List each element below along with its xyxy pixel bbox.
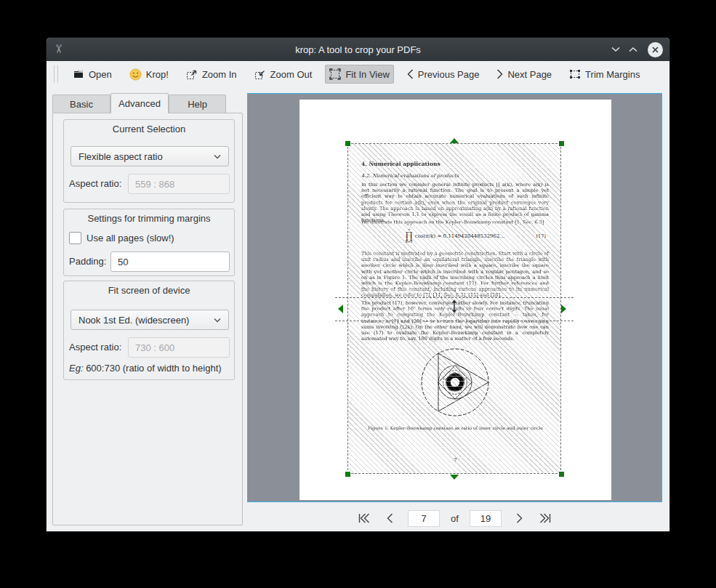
krop-button[interactable]: Krop! xyxy=(125,65,173,84)
use-all-pages-checkbox[interactable] xyxy=(69,232,81,244)
chevron-down-icon xyxy=(214,318,221,323)
total-pages-field: 19 xyxy=(470,510,502,527)
selection-handle-bottom[interactable] xyxy=(450,475,459,480)
fit-in-view-icon xyxy=(329,68,341,80)
toolbar-item-label: Next Page xyxy=(507,69,552,80)
padding-label: Padding: xyxy=(69,256,106,267)
toolbar-item-label: Zoom In xyxy=(202,69,237,80)
group-title: Fit screen of device xyxy=(64,285,234,296)
toolbar-item-label: Open xyxy=(89,69,112,80)
selection-handle-right[interactable] xyxy=(561,305,566,313)
chevron-up-icon xyxy=(629,47,637,52)
chevron-down-icon xyxy=(611,47,620,52)
device-aspect-ratio-label: Aspect ratio: xyxy=(69,342,121,353)
aspect-mode-combobox[interactable]: Flexible aspect ratio xyxy=(71,146,229,166)
aspect-ratio-label: Aspect ratio: xyxy=(69,178,121,189)
selection-handle-top[interactable] xyxy=(450,138,459,143)
open-button[interactable]: Open xyxy=(68,65,116,84)
last-page-icon xyxy=(539,513,551,523)
toolbar-item-label: Fit In View xyxy=(345,69,389,80)
zoom-out-button[interactable]: Zoom Out xyxy=(250,65,317,84)
hint-text: 600:730 (ratio of width to height) xyxy=(84,363,222,374)
previous-page-nav-button[interactable] xyxy=(382,510,397,526)
previous-page-button[interactable]: Previous Page xyxy=(403,65,484,84)
chevron-right-icon xyxy=(516,513,523,523)
advanced-panel: Current Selection Flexible aspect ratio … xyxy=(52,113,243,525)
combobox-value: Nook 1st Ed. (widescreen) xyxy=(79,315,189,326)
zoom-in-button[interactable]: Zoom In xyxy=(182,65,241,84)
tab-advanced[interactable]: Advanced xyxy=(110,93,169,113)
selection-handle-bottom-right[interactable] xyxy=(559,472,564,477)
trim-margins-icon xyxy=(569,68,581,80)
folder-icon xyxy=(73,68,84,80)
tab-help[interactable]: Help xyxy=(169,94,226,113)
maximize-button[interactable] xyxy=(624,41,642,58)
smiley-icon xyxy=(129,68,142,81)
selection-handle-bottom-left[interactable] xyxy=(345,472,350,477)
group-title: Current Selection xyxy=(64,124,234,134)
selection-handle-top-right[interactable] xyxy=(559,141,564,146)
tab-basic[interactable]: Basic xyxy=(52,94,110,113)
device-aspect-ratio-field: 730 : 600 xyxy=(128,337,230,358)
combobox-value: Flexible aspect ratio xyxy=(79,151,163,162)
next-page-button[interactable]: Next Page xyxy=(492,65,556,84)
pdf-viewport[interactable]: 4. Numerical applications 4.2. Numerical… xyxy=(247,93,662,502)
toolbar-item-label: Previous Page xyxy=(418,69,480,80)
toolbar-item-label: Krop! xyxy=(146,69,169,80)
chevron-down-icon xyxy=(214,154,221,159)
zoom-in-icon xyxy=(186,68,198,80)
last-page-button[interactable] xyxy=(538,510,552,526)
close-icon xyxy=(648,42,663,57)
toolbar-item-label: Zoom Out xyxy=(270,69,313,80)
of-label: of xyxy=(451,513,459,524)
titlebar[interactable]: ✂ krop: A tool to crop your PDFs xyxy=(47,38,669,61)
trim-margins-button[interactable]: Trim Margins xyxy=(565,65,644,84)
trim-settings-group: Settings for trimming margins Use all pa… xyxy=(63,209,235,276)
pager: 7 of 19 xyxy=(247,509,662,528)
minimize-button[interactable] xyxy=(607,41,624,58)
aspect-hint: Eg: 600:730 (ratio of width to height) xyxy=(69,363,222,374)
toolbar-item-label: Trim Margins xyxy=(585,69,640,80)
window-title: krop: A tool to crop your PDFs xyxy=(47,44,669,55)
fit-in-view-button[interactable]: Fit In View xyxy=(325,65,393,84)
device-combobox[interactable]: Nook 1st Ed. (widescreen) xyxy=(71,310,229,330)
current-page-input[interactable]: 7 xyxy=(408,510,440,527)
use-all-pages-label: Use all pages (slow!) xyxy=(87,233,174,243)
resize-cursor xyxy=(451,299,458,314)
next-page-nav-button[interactable] xyxy=(512,510,527,526)
fit-device-group: Fit screen of device Nook 1st Ed. (wides… xyxy=(63,281,235,380)
first-page-button[interactable] xyxy=(357,510,371,526)
selection-handle-left[interactable] xyxy=(338,305,343,313)
group-title: Settings for trimming margins xyxy=(64,213,234,224)
current-selection-group: Current Selection Flexible aspect ratio … xyxy=(63,119,235,203)
close-button[interactable] xyxy=(646,41,664,58)
desktop-background: ✂ krop: A tool to crop your PDFs Open Kr… xyxy=(0,0,716,588)
krop-window: ✂ krop: A tool to crop your PDFs Open Kr… xyxy=(47,38,669,531)
zoom-out-icon xyxy=(254,68,266,80)
first-page-icon xyxy=(358,513,371,523)
chevron-right-icon xyxy=(496,69,503,79)
selection-split-line-top[interactable] xyxy=(335,297,574,298)
chevron-left-icon xyxy=(407,69,414,79)
selection-split-line-bottom[interactable] xyxy=(335,321,574,321)
padding-input[interactable]: 50 xyxy=(110,251,230,272)
toolbar-drag-handle[interactable] xyxy=(54,65,58,83)
aspect-ratio-field: 559 : 868 xyxy=(128,174,230,194)
chevron-left-icon xyxy=(387,513,393,523)
hint-prefix: Eg: xyxy=(69,363,84,374)
toolbar: Open Krop! Zoom In Zoom Out Fit In View … xyxy=(47,61,669,87)
scissors-app-icon: ✂ xyxy=(52,44,65,54)
selection-handle-top-left[interactable] xyxy=(345,141,350,146)
